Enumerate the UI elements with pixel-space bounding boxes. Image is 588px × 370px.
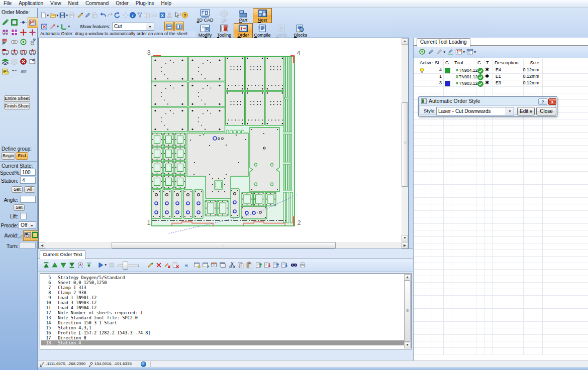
large-panels[interactable] [188,57,225,81]
jump-bottom-icon[interactable] [67,261,76,269]
strip-part[interactable] [194,190,203,218]
order-line[interactable]: 8 Clamp 2 938 [41,290,86,295]
scroll-thumb[interactable]: ⁝⁝ [112,242,336,249]
order-text-scrollbar[interactable]: ▲▼☰ [404,274,411,348]
mode-tooling-button[interactable]: Tooling [215,23,234,38]
medium-panels[interactable] [265,91,284,126]
close-button[interactable]: Close [536,107,556,115]
medium-panels[interactable] [265,57,284,91]
cut-icon[interactable] [228,261,236,269]
square-frames[interactable] [152,175,162,188]
machine-order-icon[interactable] [1,48,10,56]
blue-hole-part[interactable] [241,206,267,219]
split-vertical-button[interactable] [174,22,184,31]
square-pair[interactable] [217,200,228,216]
window-swap-icon[interactable] [201,261,210,269]
angle-set-button[interactable]: Set [14,204,25,211]
canvas-horizontal-scrollbar[interactable]: ◀▶⁝⁝ [39,242,408,249]
mode-order-button[interactable]: Order [234,23,253,38]
strip-part[interactable] [230,189,239,217]
pmode-select[interactable]: Off▼ [19,221,36,229]
square-frames-right[interactable] [265,192,276,206]
wheel-icon[interactable] [19,38,28,46]
window-new-icon[interactable] [192,261,201,269]
strip-part[interactable] [152,190,161,218]
machine-cycle-icon[interactable] [19,48,28,56]
menu-command[interactable]: Command [82,0,112,6]
help-icon[interactable]: ? [181,10,188,20]
edit-pencil-icon[interactable] [77,10,84,20]
assign-tool-icon[interactable] [446,48,454,56]
canvas-vertical-scrollbar[interactable]: ▲▼☰ [402,38,408,241]
tool-row[interactable]: 4xTN904.12✱E40.12mm [414,67,588,74]
dialog-help-button[interactable]: ? [538,98,547,105]
menu-order[interactable]: Order [112,0,132,6]
slug-icon[interactable] [10,38,19,46]
scroll-thumb[interactable]: ☰ [402,102,408,187]
mode-verify-button[interactable]: Verify [272,23,291,38]
medium-panels[interactable] [245,57,264,91]
find-icon[interactable] [289,261,298,269]
sequence-flag-icon[interactable] [1,38,10,46]
square-frames[interactable] [152,133,162,146]
pen-icon[interactable] [84,10,91,20]
print-icon[interactable] [68,10,75,20]
machine-up-icon[interactable] [28,48,37,56]
mode-modify-button[interactable]: Modify [195,23,215,38]
order-text-area[interactable]: 5 Strategy Oxygen/5/Standard 6 Sheet 0,0… [40,273,412,349]
edit-tool-gray-icon[interactable] [435,48,443,56]
tool-row[interactable]: 1xTN901.12✱E10.12mm [414,74,588,80]
play-icon[interactable] [96,261,105,269]
jump-top-icon[interactable] [42,261,50,269]
end-button[interactable]: End [16,152,28,160]
tall-right-part[interactable] [250,128,279,192]
order-line[interactable]: 6 Sheet 0,0 1250,1250 [41,280,107,285]
square-frames[interactable] [163,175,174,188]
speed-input[interactable] [20,169,36,176]
dialog-close-icon[interactable]: x [548,98,556,105]
menu-plugins[interactable]: Plug-Ins [132,0,158,6]
menu-nest[interactable]: Nest [65,0,82,6]
strip-part[interactable] [173,190,182,218]
nest-canvas[interactable]: 3412 [39,38,402,242]
finish-sheet-button[interactable]: Finish Sheet [4,103,30,109]
menu-help[interactable]: Help [158,0,175,6]
large-panels[interactable] [188,82,225,106]
square-frames[interactable] [163,147,174,160]
order-parts-window-icon[interactable] [10,28,19,37]
new-document-icon[interactable] [40,10,47,20]
square-frames[interactable] [163,133,174,146]
order-line[interactable]: 17 Direction 0 [41,335,86,340]
square-frames[interactable] [163,161,174,174]
step-up-icon[interactable] [50,261,59,269]
order-line[interactable]: 9 Load 1 TN901.12 [41,295,96,300]
user-icon[interactable] [166,10,173,20]
window-print-icon[interactable] [210,261,218,269]
order-line[interactable]: 7 Clamp 1 313 [41,285,86,290]
order-line[interactable]: 16 Profile [-157.2 1282.2 1543.3 -74.8] [41,330,150,335]
square-pair[interactable] [205,200,216,216]
scroll-left-arrow[interactable]: ◀ [39,242,45,249]
tool-row[interactable]: 3xTN903.12✱E30.12mm [414,80,588,87]
order-line[interactable]: 5 Strategy Oxygen/5/Standard [41,275,125,280]
all-button[interactable]: All [24,186,35,193]
square-frames-right[interactable] [242,192,252,206]
order-point-icon[interactable] [19,18,28,27]
large-panels[interactable] [151,107,188,132]
order-line[interactable]: 13 Note Standard tool file: SPC2.0 [41,315,138,320]
scroll-down-arrow[interactable]: ▼ [402,235,408,241]
order-line[interactable]: 11 Load 4 TN904.12 [41,305,96,310]
station-input[interactable] [20,177,36,184]
strip-part[interactable] [162,190,171,218]
medium-panels[interactable] [226,57,245,91]
machine-in-icon[interactable] [10,48,19,56]
set-button[interactable]: Set [12,186,23,193]
insert-line-icon[interactable] [146,261,154,269]
quotes-icon[interactable]: “” [10,67,19,76]
medium-panels[interactable] [245,91,264,126]
move-order-icon[interactable] [19,28,28,37]
print-text-icon[interactable] [298,261,307,269]
order-window-icon[interactable] [10,18,19,27]
note-icon[interactable] [1,67,10,76]
zoom-extents-icon[interactable] [40,22,48,31]
